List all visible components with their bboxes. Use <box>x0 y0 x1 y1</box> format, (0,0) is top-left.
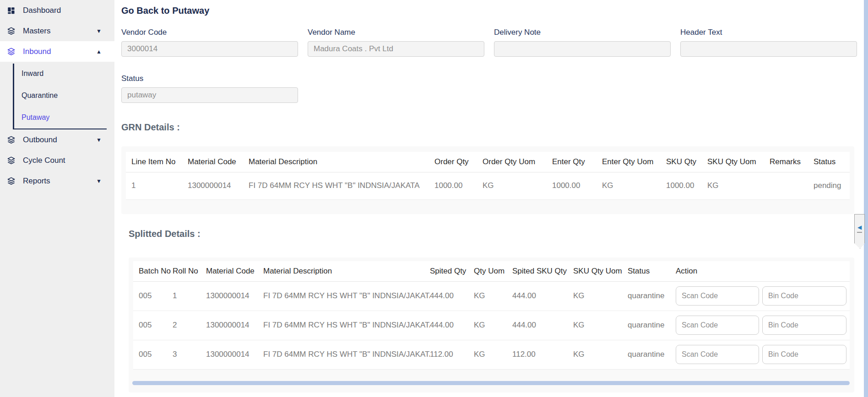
cell-spited-qty: 444.00 <box>430 311 474 340</box>
grn-table: Line Item No Material Code Material Desc… <box>126 152 850 200</box>
grn-cell-material-description: FI 7D 64MM RCY HS WHT "B" INDNSIA/JAKATA <box>249 172 434 199</box>
layers-icon <box>6 177 16 186</box>
splitted-col-header: Material Description <box>263 261 430 281</box>
dashboard-icon <box>6 6 16 15</box>
collapse-arrow-icon: ◀ <box>857 225 862 230</box>
splitted-table-row: 005 1 1300000014 FI 7D 64MM RCY HS WHT "… <box>133 281 850 311</box>
layers-icon <box>6 156 16 165</box>
sidebar-item-putaway[interactable]: Putaway <box>0 107 114 129</box>
layers-icon <box>6 47 16 56</box>
action-cell <box>676 311 847 340</box>
header-text-input[interactable] <box>680 41 857 57</box>
layers-icon <box>6 135 16 145</box>
toggle-dash <box>857 232 862 233</box>
vertical-scrollbar[interactable] <box>864 0 868 397</box>
grn-cell-order-qty-uom: KG <box>483 172 552 199</box>
cell-spited-sku-qty: 444.00 <box>512 281 573 311</box>
nav-label: Cycle Count <box>23 156 102 165</box>
cell-status: quarantine <box>628 340 676 369</box>
nav-label: Masters <box>23 27 96 36</box>
cell-spited-sku-qty: 112.00 <box>512 340 573 369</box>
grn-col-header: Material Description <box>249 152 434 172</box>
cell-spited-sku-qty: 444.00 <box>512 311 573 340</box>
cell-roll-no: 1 <box>173 281 206 311</box>
grn-cell-remarks <box>770 172 814 199</box>
cell-batch-no: 005 <box>133 340 173 369</box>
bin-code-input[interactable] <box>762 316 846 335</box>
nav-label: Outbound <box>23 135 96 145</box>
cell-batch-no: 005 <box>133 311 173 340</box>
action-cell <box>676 282 847 311</box>
cell-roll-no: 2 <box>173 311 206 340</box>
sidebar-item-cycle-count[interactable]: Cycle Count <box>0 150 114 171</box>
grn-col-header: Enter Qty <box>552 152 602 172</box>
vendor-code-field: Vendor Code <box>121 28 298 57</box>
vendor-name-label: Vendor Name <box>308 28 484 37</box>
caret-down-icon: ▼ <box>96 178 102 184</box>
grn-cell-material-code: 1300000014 <box>188 172 249 199</box>
scan-code-input[interactable] <box>676 345 759 364</box>
status-input[interactable] <box>121 87 298 103</box>
delivery-note-label: Delivery Note <box>494 28 671 37</box>
cell-qty-uom: KG <box>474 311 512 340</box>
grn-col-header: SKU Qty Uom <box>707 152 770 172</box>
grn-details-title: GRN Details : <box>121 122 868 133</box>
bin-code-input[interactable] <box>762 286 846 306</box>
grn-details-card: Line Item No Material Code Material Desc… <box>121 146 854 214</box>
grn-col-header: Remarks <box>770 152 814 172</box>
status-field: Status <box>121 74 298 103</box>
splitted-details-title: Splitted Details : <box>129 229 868 239</box>
header-form-row-1: Vendor Code Vendor Name Delivery Note He… <box>121 28 868 57</box>
cell-material-code: 1300000014 <box>206 340 263 369</box>
grn-col-header: Status <box>814 152 850 172</box>
grn-col-header: Line Item No <box>126 152 188 172</box>
panel-collapse-toggle[interactable]: ◀ <box>854 214 865 249</box>
cell-status: quarantine <box>628 311 676 340</box>
splitted-col-header: SKU Qty Uom <box>573 261 628 281</box>
splitted-details-card: Batch No Roll No Material Code Material … <box>129 258 854 392</box>
grn-col-header: Order Qty Uom <box>483 152 552 172</box>
sidebar-item-reports[interactable]: Reports ▼ <box>0 171 114 191</box>
sidebar-item-masters[interactable]: Masters ▼ <box>0 21 114 41</box>
delivery-note-input[interactable] <box>494 41 671 57</box>
cell-material-description: FI 7D 64MM RCY HS WHT "B" INDNSIA/JAKATA <box>263 281 430 311</box>
caret-up-icon: ▲ <box>96 48 102 55</box>
active-item-underline <box>13 129 107 129</box>
nav-label: Inbound <box>23 47 96 56</box>
splitted-col-header: Qty Uom <box>474 261 512 281</box>
caret-down-icon: ▼ <box>96 28 102 34</box>
grn-col-header: Order Qty <box>434 152 483 172</box>
sidebar-item-outbound[interactable]: Outbound ▼ <box>0 129 114 150</box>
vendor-name-input[interactable] <box>308 41 484 57</box>
back-link[interactable]: Go Back to Putaway <box>121 5 209 16</box>
bin-code-input[interactable] <box>762 345 846 364</box>
grn-cell-enter-qty: 1000.00 <box>552 172 602 199</box>
sidebar: Dashboard Masters ▼ Inbound ▲ Inward Qua… <box>0 0 114 397</box>
grn-col-header: Enter Qty Uom <box>602 152 666 172</box>
scan-code-input[interactable] <box>676 286 759 306</box>
cell-qty-uom: KG <box>474 340 512 369</box>
grn-cell-enter-qty-uom: KG <box>602 172 666 199</box>
cell-sku-qty-uom: KG <box>573 281 628 311</box>
cell-qty-uom: KG <box>474 281 512 311</box>
grn-cell-line-item: 1 <box>126 172 188 199</box>
splitted-col-header: Roll No <box>173 261 206 281</box>
sidebar-item-inbound[interactable]: Inbound ▲ <box>0 41 114 62</box>
caret-down-icon: ▼ <box>96 137 102 143</box>
grn-cell-sku-qty: 1000.00 <box>666 172 707 199</box>
nav-label: Reports <box>23 177 96 186</box>
scan-code-input[interactable] <box>676 316 759 335</box>
vendor-code-input[interactable] <box>121 41 298 57</box>
sidebar-item-inward[interactable]: Inward <box>0 63 114 85</box>
sidebar-item-dashboard[interactable]: Dashboard <box>0 0 114 21</box>
cell-material-description: FI 7D 64MM RCY HS WHT "B" INDNSIA/JAKATA <box>263 311 430 340</box>
horizontal-scrollbar[interactable] <box>132 381 850 385</box>
grn-cell-sku-qty-uom: KG <box>707 172 770 199</box>
splitted-col-header: Status <box>628 261 676 281</box>
status-label: Status <box>121 74 298 83</box>
header-text-label: Header Text <box>680 28 857 37</box>
grn-cell-status: pending <box>814 172 850 199</box>
cell-sku-qty-uom: KG <box>573 340 628 369</box>
sidebar-item-quarantine[interactable]: Quarantine <box>0 85 114 107</box>
vendor-name-field: Vendor Name <box>308 28 484 57</box>
